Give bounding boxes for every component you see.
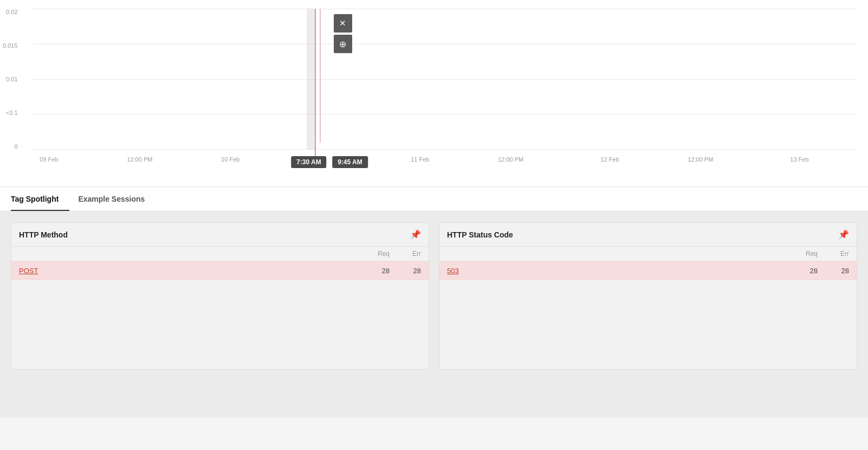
card-header-http-method: HTTP Method 📌: [11, 223, 429, 247]
x-label-12pm-2: 12:00 PM: [498, 156, 523, 163]
post-err: 28: [405, 267, 421, 275]
tab-example-sessions[interactable]: Example Sessions: [78, 187, 156, 211]
zoom-button[interactable]: ⊕: [334, 35, 352, 53]
grid-line: [33, 9, 857, 9]
y-label-0015: 0.015: [3, 42, 22, 49]
card-title-http-method: HTTP Method: [19, 230, 68, 239]
grid-line: [33, 79, 857, 80]
time-marker-start-label: 7:30 AM: [291, 156, 327, 168]
zoom-icon: ⊕: [339, 39, 346, 49]
503-values: 28 28: [801, 267, 849, 275]
cards-row: HTTP Method 📌 Req Err POST 28 28 HT: [11, 222, 857, 370]
tab-tag-spotlight[interactable]: Tag Spotlight: [11, 187, 69, 211]
tabs-row: Tag Spotlight Example Sessions: [11, 187, 857, 211]
pin-icon-http-method[interactable]: 📌: [410, 229, 421, 240]
post-req: 28: [373, 267, 390, 275]
y-label-01: <0.1: [3, 110, 22, 116]
y-label-001: 0.01: [3, 76, 22, 82]
status-503-link[interactable]: 503: [447, 267, 801, 275]
col-header-err-2: Err: [833, 250, 849, 258]
chart-area: 0 <0.1 0.01 0.015 0.02 ✕ ⊕: [33, 9, 857, 166]
spike-line-2: [320, 9, 321, 143]
pin-icon-http-status[interactable]: 📌: [838, 229, 849, 240]
y-axis: 0 <0.1 0.01 0.015 0.02: [3, 9, 22, 150]
card-row-503: 503 28 28: [439, 261, 857, 280]
card-col-headers-1: Req Err: [11, 247, 429, 261]
time-marker-end-label: 9:45 AM: [332, 156, 368, 168]
chart-grid: [33, 9, 857, 150]
x-label-09feb: 09 Feb: [40, 156, 58, 163]
card-row-post: POST 28 28: [11, 261, 429, 280]
y-label-002: 0.02: [3, 9, 22, 15]
http-method-card: HTTP Method 📌 Req Err POST 28 28: [11, 222, 429, 370]
time-marker-end: 9:45 AM: [332, 158, 368, 166]
card-title-http-status: HTTP Status Code: [447, 230, 513, 239]
card-col-headers-2: Req Err: [439, 247, 857, 261]
x-label-13feb: 13 Feb: [790, 156, 808, 163]
spike-region: [307, 9, 315, 150]
card-body-http-method: POST 28 28: [11, 261, 429, 369]
x-label-10feb: 10 Feb: [221, 156, 239, 163]
x-label-12pm-1: 12:00 PM: [127, 156, 152, 163]
post-link[interactable]: POST: [19, 267, 373, 275]
col-header-req-1: Req: [373, 250, 390, 258]
post-values: 28 28: [373, 267, 421, 275]
tabs-section: Tag Spotlight Example Sessions: [0, 187, 868, 211]
col-header-err-1: Err: [405, 250, 421, 258]
card-header-http-status: HTTP Status Code 📌: [439, 223, 857, 247]
card-body-http-status: 503 28 28: [439, 261, 857, 369]
grid-line: [33, 114, 857, 114]
x-labels: 09 Feb 12:00 PM 10 Feb 11 Feb 12:00 PM 1…: [33, 150, 857, 166]
grid-line: [33, 44, 857, 44]
y-label-0: 0: [3, 143, 22, 150]
close-icon: ✕: [339, 18, 346, 28]
x-label-12feb: 12 Feb: [600, 156, 619, 163]
spike-line: [315, 9, 316, 166]
503-req: 28: [801, 267, 818, 275]
chart-tooltip-buttons: ✕ ⊕: [334, 14, 352, 53]
chart-container: 0 <0.1 0.01 0.015 0.02 ✕ ⊕: [0, 0, 868, 187]
close-button[interactable]: ✕: [334, 14, 352, 33]
col-header-req-2: Req: [801, 250, 818, 258]
time-marker-start: 7:30 AM: [291, 158, 327, 166]
503-err: 28: [833, 267, 849, 275]
x-label-12pm-3: 12:00 PM: [688, 156, 713, 163]
x-label-11feb: 11 Feb: [411, 156, 429, 163]
spotlight-area: HTTP Method 📌 Req Err POST 28 28 HT: [0, 211, 868, 417]
http-status-card: HTTP Status Code 📌 Req Err 503 28 28: [439, 222, 857, 370]
